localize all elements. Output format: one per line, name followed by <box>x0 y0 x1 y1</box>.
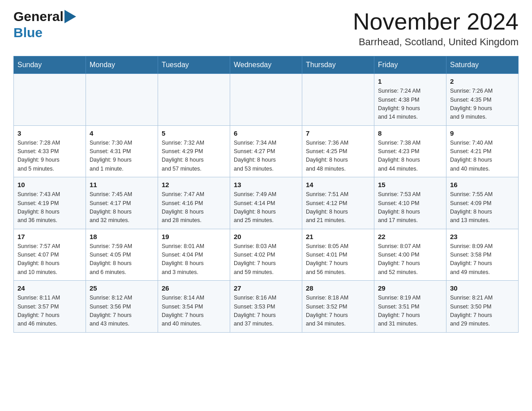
day-info: Sunrise: 8:19 AM Sunset: 3:51 PM Dayligh… <box>378 294 442 329</box>
calendar-week-row: 17Sunrise: 7:57 AM Sunset: 4:07 PM Dayli… <box>14 229 519 281</box>
day-number: 28 <box>306 284 370 292</box>
day-number: 3 <box>17 129 82 137</box>
calendar-cell: 21Sunrise: 8:05 AM Sunset: 4:01 PM Dayli… <box>302 229 374 281</box>
day-number: 11 <box>90 181 154 188</box>
calendar-cell: 17Sunrise: 7:57 AM Sunset: 4:07 PM Dayli… <box>14 229 86 281</box>
calendar-cell: 28Sunrise: 8:18 AM Sunset: 3:52 PM Dayli… <box>302 281 374 333</box>
calendar-cell: 12Sunrise: 7:47 AM Sunset: 4:16 PM Dayli… <box>158 177 230 229</box>
weekday-header-monday: Monday <box>86 56 158 74</box>
day-info: Sunrise: 8:09 AM Sunset: 3:58 PM Dayligh… <box>450 242 515 277</box>
day-info: Sunrise: 8:03 AM Sunset: 4:02 PM Dayligh… <box>234 242 298 277</box>
day-number: 22 <box>378 233 442 240</box>
weekday-header-tuesday: Tuesday <box>158 56 230 74</box>
calendar-cell <box>14 74 86 126</box>
logo-general-text: General <box>13 9 64 24</box>
day-info: Sunrise: 8:07 AM Sunset: 4:00 PM Dayligh… <box>378 242 442 277</box>
logo: General Blue <box>13 9 76 40</box>
day-info: Sunrise: 8:14 AM Sunset: 3:54 PM Dayligh… <box>162 294 226 329</box>
day-info: Sunrise: 8:11 AM Sunset: 3:57 PM Dayligh… <box>17 294 82 329</box>
location-subtitle: Barrhead, Scotland, United Kingdom <box>353 36 519 48</box>
header: General Blue November 2024 Barrhead, Sco… <box>13 9 519 48</box>
calendar-cell: 23Sunrise: 8:09 AM Sunset: 3:58 PM Dayli… <box>446 229 519 281</box>
day-number: 30 <box>450 284 515 292</box>
calendar-cell: 9Sunrise: 7:40 AM Sunset: 4:21 PM Daylig… <box>446 125 519 177</box>
day-info: Sunrise: 7:47 AM Sunset: 4:16 PM Dayligh… <box>162 190 226 225</box>
day-number: 5 <box>162 129 226 137</box>
day-number: 1 <box>378 77 442 85</box>
calendar-week-row: 24Sunrise: 8:11 AM Sunset: 3:57 PM Dayli… <box>14 281 519 333</box>
day-number: 27 <box>234 284 298 292</box>
calendar-cell: 30Sunrise: 8:21 AM Sunset: 3:50 PM Dayli… <box>446 281 519 333</box>
weekday-header-row: SundayMondayTuesdayWednesdayThursdayFrid… <box>14 56 519 74</box>
day-number: 13 <box>234 181 298 188</box>
day-info: Sunrise: 7:49 AM Sunset: 4:14 PM Dayligh… <box>234 190 298 225</box>
calendar-cell: 13Sunrise: 7:49 AM Sunset: 4:14 PM Dayli… <box>230 177 302 229</box>
day-number: 10 <box>17 181 82 188</box>
day-info: Sunrise: 7:30 AM Sunset: 4:31 PM Dayligh… <box>90 139 154 174</box>
day-number: 23 <box>450 233 515 240</box>
day-info: Sunrise: 8:18 AM Sunset: 3:52 PM Dayligh… <box>306 294 370 329</box>
calendar-cell: 29Sunrise: 8:19 AM Sunset: 3:51 PM Dayli… <box>374 281 446 333</box>
calendar-cell: 5Sunrise: 7:32 AM Sunset: 4:29 PM Daylig… <box>158 125 230 177</box>
day-number: 2 <box>450 77 515 85</box>
day-info: Sunrise: 7:28 AM Sunset: 4:33 PM Dayligh… <box>17 139 82 174</box>
calendar-cell: 24Sunrise: 8:11 AM Sunset: 3:57 PM Dayli… <box>14 281 86 333</box>
day-info: Sunrise: 7:43 AM Sunset: 4:19 PM Dayligh… <box>17 190 82 225</box>
month-year-title: November 2024 <box>353 9 519 34</box>
day-number: 12 <box>162 181 226 188</box>
calendar-cell: 19Sunrise: 8:01 AM Sunset: 4:04 PM Dayli… <box>158 229 230 281</box>
day-info: Sunrise: 7:57 AM Sunset: 4:07 PM Dayligh… <box>17 242 82 277</box>
calendar-cell: 25Sunrise: 8:12 AM Sunset: 3:56 PM Dayli… <box>86 281 158 333</box>
calendar-cell: 11Sunrise: 7:45 AM Sunset: 4:17 PM Dayli… <box>86 177 158 229</box>
day-info: Sunrise: 7:59 AM Sunset: 4:05 PM Dayligh… <box>90 242 154 277</box>
calendar-cell <box>230 74 302 126</box>
day-info: Sunrise: 7:24 AM Sunset: 4:38 PM Dayligh… <box>378 87 442 122</box>
weekday-header-friday: Friday <box>374 56 446 74</box>
day-number: 14 <box>306 181 370 188</box>
calendar-cell: 1Sunrise: 7:24 AM Sunset: 4:38 PM Daylig… <box>374 74 446 126</box>
calendar-cell: 14Sunrise: 7:51 AM Sunset: 4:12 PM Dayli… <box>302 177 374 229</box>
title-area: November 2024 Barrhead, Scotland, United… <box>353 9 519 48</box>
calendar-cell: 15Sunrise: 7:53 AM Sunset: 4:10 PM Dayli… <box>374 177 446 229</box>
day-info: Sunrise: 8:21 AM Sunset: 3:50 PM Dayligh… <box>450 294 515 329</box>
calendar-cell: 7Sunrise: 7:36 AM Sunset: 4:25 PM Daylig… <box>302 125 374 177</box>
day-info: Sunrise: 7:26 AM Sunset: 4:35 PM Dayligh… <box>450 87 515 122</box>
day-number: 19 <box>162 233 226 240</box>
day-number: 16 <box>450 181 515 188</box>
day-info: Sunrise: 8:05 AM Sunset: 4:01 PM Dayligh… <box>306 242 370 277</box>
calendar-week-row: 3Sunrise: 7:28 AM Sunset: 4:33 PM Daylig… <box>14 125 519 177</box>
weekday-header-sunday: Sunday <box>14 56 86 74</box>
calendar-week-row: 10Sunrise: 7:43 AM Sunset: 4:19 PM Dayli… <box>14 177 519 229</box>
day-number: 4 <box>90 129 154 137</box>
day-info: Sunrise: 7:38 AM Sunset: 4:23 PM Dayligh… <box>378 139 442 174</box>
calendar-cell: 3Sunrise: 7:28 AM Sunset: 4:33 PM Daylig… <box>14 125 86 177</box>
calendar-cell <box>86 74 158 126</box>
calendar-cell: 26Sunrise: 8:14 AM Sunset: 3:54 PM Dayli… <box>158 281 230 333</box>
svg-marker-0 <box>64 10 76 23</box>
day-number: 21 <box>306 233 370 240</box>
day-info: Sunrise: 7:34 AM Sunset: 4:27 PM Dayligh… <box>234 139 298 174</box>
day-number: 26 <box>162 284 226 292</box>
day-number: 29 <box>378 284 442 292</box>
weekday-header-saturday: Saturday <box>446 56 519 74</box>
day-info: Sunrise: 7:51 AM Sunset: 4:12 PM Dayligh… <box>306 190 370 225</box>
day-info: Sunrise: 7:32 AM Sunset: 4:29 PM Dayligh… <box>162 139 226 174</box>
day-number: 9 <box>450 129 515 137</box>
day-number: 17 <box>17 233 82 240</box>
day-info: Sunrise: 7:45 AM Sunset: 4:17 PM Dayligh… <box>90 190 154 225</box>
day-number: 8 <box>378 129 442 137</box>
calendar-cell: 16Sunrise: 7:55 AM Sunset: 4:09 PM Dayli… <box>446 177 519 229</box>
calendar-cell: 8Sunrise: 7:38 AM Sunset: 4:23 PM Daylig… <box>374 125 446 177</box>
calendar-cell: 10Sunrise: 7:43 AM Sunset: 4:19 PM Dayli… <box>14 177 86 229</box>
logo-triangle-icon <box>64 10 76 23</box>
calendar-cell: 2Sunrise: 7:26 AM Sunset: 4:35 PM Daylig… <box>446 74 519 126</box>
day-info: Sunrise: 7:36 AM Sunset: 4:25 PM Dayligh… <box>306 139 370 174</box>
day-number: 6 <box>234 129 298 137</box>
day-info: Sunrise: 7:53 AM Sunset: 4:10 PM Dayligh… <box>378 190 442 225</box>
day-info: Sunrise: 8:12 AM Sunset: 3:56 PM Dayligh… <box>90 294 154 329</box>
day-number: 25 <box>90 284 154 292</box>
day-number: 24 <box>17 284 82 292</box>
calendar-cell: 20Sunrise: 8:03 AM Sunset: 4:02 PM Dayli… <box>230 229 302 281</box>
day-number: 20 <box>234 233 298 240</box>
day-number: 7 <box>306 129 370 137</box>
